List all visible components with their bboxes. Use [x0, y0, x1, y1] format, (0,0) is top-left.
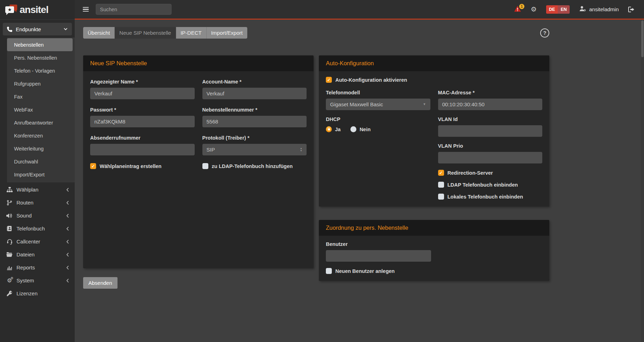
sidebar-item-endpunkte[interactable]: Endpunkte [3, 23, 72, 35]
extension-number-input[interactable] [202, 116, 307, 127]
field-label: Telefonmodell [326, 90, 430, 95]
redirection-server-checkbox[interactable]: Redirection-Server [438, 170, 543, 176]
brand-name: ansitel [20, 4, 48, 15]
vlan-prio-input[interactable] [438, 152, 543, 163]
sidebar-item-lizenzen[interactable]: Lizenzen [0, 287, 75, 300]
sidebar-item-rufgruppen[interactable]: Rufgruppen [7, 77, 73, 90]
sidebar-item-webfax[interactable]: WebFax [7, 103, 73, 116]
submit-button[interactable]: Absenden [83, 277, 118, 289]
sidebar-item-weiterleitung[interactable]: Weiterleitung [7, 142, 73, 155]
sidebar-item-dateien[interactable]: Dateien [0, 248, 75, 261]
display-name-input[interactable] [90, 88, 195, 99]
sidebar-group-label: Reports [16, 264, 35, 270]
sidebar-item-telefonbuch[interactable]: Telefonbuch [0, 222, 75, 235]
sidebar-item-sound[interactable]: Sound [0, 209, 75, 222]
radio-icon[interactable] [326, 126, 332, 132]
sidebar-item-routen[interactable]: Routen [0, 196, 75, 209]
vlan-id-input[interactable] [438, 125, 543, 137]
chevron-down-icon [63, 27, 68, 31]
username: ansiteladmin [589, 6, 619, 12]
key-icon [6, 290, 13, 296]
local-phonebook-checkbox[interactable]: Lokales Telefonbuch einbinden [438, 194, 543, 200]
checkbox-icon[interactable] [438, 194, 444, 200]
checkbox-icon[interactable] [326, 268, 332, 274]
field-label: Nebenstellennummer * [202, 107, 307, 113]
field-label: MAC-Adresse * [438, 90, 543, 95]
checkbox-icon[interactable] [202, 163, 208, 169]
brand-logo-link[interactable]: ★ ansitel [0, 0, 75, 20]
page-content: Übersicht Neue SIP Nebenstelle IP-DECT I… [75, 20, 644, 342]
sidebar-item-telefon-vorlagen[interactable]: Telefon - Vorlagen [7, 64, 73, 77]
warning-alerts-button[interactable]: 1 [514, 6, 521, 13]
mac-address-input[interactable] [438, 99, 543, 110]
sidebar-item-import-export[interactable]: Import/Export [7, 168, 73, 181]
chevron-left-icon [66, 279, 69, 283]
logout-icon[interactable] [628, 7, 635, 12]
sidebar-groups: Wählplan Routen Sound [0, 182, 75, 300]
phone-model-select[interactable]: Gigaset Maxwell Basic ▼ [326, 99, 430, 110]
logo-speech-bubble-white: ★ [5, 6, 14, 13]
enable-autoconf-checkbox[interactable]: Auto-Konfiguration aktivieren [326, 77, 542, 83]
checkbox-icon[interactable] [438, 182, 444, 188]
tab-ip-dect[interactable]: IP-DECT [176, 27, 207, 39]
password-input[interactable] [90, 116, 195, 127]
sidebar-item-reports[interactable]: Reports [0, 261, 75, 274]
lang-en-button[interactable]: EN [558, 5, 569, 14]
field-label: Absenderrufnummer [90, 135, 195, 141]
phone-model-selected-value: Gigaset Maxwell Basic [330, 101, 383, 107]
sidebar-item-nebenstellen[interactable]: Nebenstellen [7, 38, 73, 51]
autoconf-left-column: Telefonmodell Gigaset Maxwell Basic ▼ DH… [326, 90, 430, 200]
lang-de-button[interactable]: DE [546, 5, 558, 14]
checkbox-icon[interactable] [326, 77, 332, 83]
dhcp-yes-radio[interactable]: Ja [326, 126, 341, 132]
sidebar-item-anrufbeantworter[interactable]: Anrufbeantworter [7, 116, 73, 129]
field-label: Benutzer [326, 241, 542, 247]
language-switcher: DE EN [546, 5, 570, 14]
sidebar-group-label: Telefonbuch [16, 226, 45, 232]
endpunkte-submenu: Nebenstellen Pers. Nebenstellen Telefon … [7, 38, 75, 182]
sidebar-group-label: Callcenter [16, 239, 40, 244]
radio-icon[interactable] [350, 126, 356, 132]
field-dhcp: DHCP Ja Nein [326, 116, 430, 132]
protocol-select[interactable]: SIP ▲▼ [202, 144, 307, 155]
panel-title: Auto-Konfiguration [319, 55, 549, 71]
tab-import-export[interactable]: Import/Export [207, 27, 247, 39]
add-to-ldap-checkbox[interactable]: zu LDAP-Telefonbuch hinzufügen [202, 163, 307, 169]
field-password: Passwort * [90, 107, 195, 127]
ldap-phonebook-checkbox[interactable]: LDAP Telefonbuch einbinden [438, 182, 543, 188]
chevron-left-icon [66, 266, 69, 270]
checkbox-label: Lokales Telefonbuch einbinden [448, 194, 523, 200]
sidebar-item-pers-nebenstellen[interactable]: Pers. Nebenstellen [7, 51, 73, 64]
search-input[interactable] [96, 4, 172, 15]
hamburger-menu-icon[interactable] [81, 6, 90, 13]
tabs-row: Übersicht Neue SIP Nebenstelle IP-DECT I… [83, 27, 549, 39]
scrollbar-thumb[interactable] [641, 20, 644, 57]
dhcp-no-radio[interactable]: Nein [350, 126, 370, 132]
field-account-name: Account-Name * [202, 79, 307, 99]
sidebar-item-system[interactable]: ⚙⚙ System [0, 274, 75, 287]
checkbox-icon[interactable] [90, 163, 96, 169]
sidebar-item-durchwahl[interactable]: Durchwahl [7, 155, 73, 168]
tab-neue-sip-nebenstelle[interactable]: Neue SIP Nebenstelle [115, 27, 176, 39]
tab-uebersicht[interactable]: Übersicht [83, 27, 115, 39]
sidebar-item-fax[interactable]: Fax [7, 90, 73, 103]
sidebar-group-label: Routen [16, 200, 33, 206]
account-name-input[interactable] [202, 88, 307, 99]
folder-icon [6, 252, 13, 257]
field-display-name: Angezeigter Name * [90, 79, 195, 99]
help-icon[interactable]: ? [540, 28, 549, 38]
sidebar-item-waehlplan[interactable]: Wählplan [0, 183, 75, 196]
field-label: VLAN Prio [438, 143, 543, 149]
scrollbar-track[interactable] [641, 20, 644, 342]
user-menu[interactable]: ansiteladmin [579, 6, 619, 13]
settings-gear-icon[interactable]: ⚙ [531, 6, 537, 13]
sidebar-item-konferenzen[interactable]: Konferenzen [7, 129, 73, 142]
sidebar-item-callcenter[interactable]: Callcenter [0, 235, 75, 248]
dialplan-entry-checkbox[interactable]: Wählplaneintrag erstellen [90, 163, 195, 169]
checkbox-icon[interactable] [438, 170, 444, 176]
main-area: 1 ⚙ DE EN ansiteladmin [75, 0, 644, 342]
caller-id-input[interactable] [90, 144, 195, 155]
user-input[interactable] [326, 250, 431, 262]
field-protocol: Protokoll (Treiber) * SIP ▲▼ [202, 135, 307, 155]
create-new-user-checkbox[interactable]: Neuen Benutzer anlegen [326, 268, 542, 274]
